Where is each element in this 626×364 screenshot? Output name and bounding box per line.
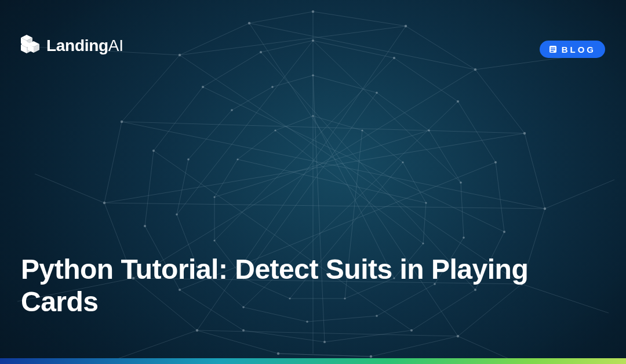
brand-name-bold: Landing: [46, 37, 108, 55]
brand-logo-icon: [21, 35, 41, 57]
hero-title: Python Tutorial: Detect Suits in Playing…: [21, 253, 591, 319]
accent-gradient-bar: [0, 358, 626, 364]
brand-logo-text: LandingAI: [46, 37, 123, 55]
brand-logo: LandingAI: [21, 35, 123, 57]
brand-name-light: AI: [108, 37, 123, 55]
blog-icon: [549, 45, 557, 53]
svg-rect-110: [551, 51, 554, 52]
svg-rect-108: [551, 48, 555, 49]
category-badge-label: BLOG: [562, 45, 596, 54]
svg-rect-109: [551, 49, 555, 50]
category-badge[interactable]: BLOG: [540, 41, 605, 58]
